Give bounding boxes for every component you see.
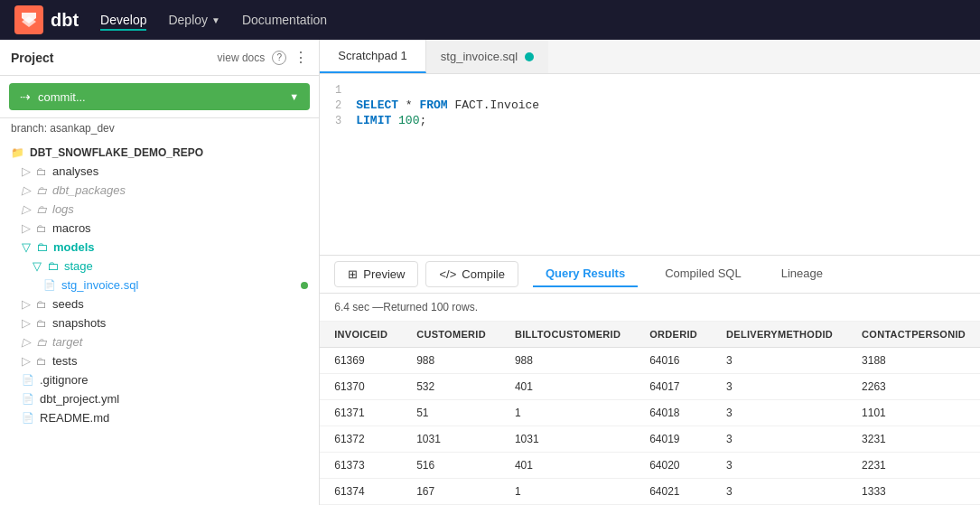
- tree-item-analyses[interactable]: ▷ 🗀 analyses: [0, 162, 319, 181]
- code-icon: </>: [439, 267, 456, 281]
- folder-stage-icon: 🗀: [47, 259, 59, 273]
- table-cell: 61369: [320, 348, 402, 374]
- dropdown-arrow-icon: ▼: [289, 91, 299, 102]
- commit-button[interactable]: ⇢ commit... ▼: [9, 83, 310, 110]
- tab-query-results[interactable]: Query Results: [533, 261, 638, 287]
- main-layout: Project view docs ? ⋮ ⇢ commit... ▼ bran…: [0, 40, 980, 505]
- tree-item-macros[interactable]: ▷ 🗀 macros: [0, 219, 319, 238]
- tab-compiled-sql[interactable]: Compiled SQL: [652, 261, 754, 287]
- file-gitignore-icon: 📄: [22, 374, 34, 386]
- table-cell: 1: [500, 479, 635, 505]
- table-cell: 64018: [635, 400, 712, 426]
- tree-item-tests[interactable]: ▷ 🗀 tests: [0, 351, 319, 370]
- file-md-icon: 📄: [22, 412, 34, 424]
- table-cell: 3: [712, 348, 847, 374]
- table-cell: 64021: [635, 479, 712, 505]
- table-cell: 3231: [847, 426, 980, 453]
- results-info: 6.4 sec —Returned 100 rows.: [320, 294, 980, 322]
- col-customerid: CUSTOMERID: [402, 322, 500, 348]
- code-line-1: 1: [320, 83, 980, 98]
- line-number: 2: [320, 99, 356, 112]
- file-tree: 📁 DBT_SNOWFLAKE_DEMO_REPO ▷ 🗀 analyses ▷…: [0, 138, 319, 505]
- folder-icon: ▷: [22, 316, 31, 330]
- table-cell: 64016: [635, 348, 712, 374]
- table-cell: 61370: [320, 374, 402, 400]
- tab-scratchpad[interactable]: Scratchpad 1: [320, 40, 426, 73]
- table-cell: 3: [712, 400, 847, 426]
- preview-button[interactable]: ⊞ Preview: [334, 261, 418, 287]
- folder-target-icon: 🗀: [36, 336, 47, 349]
- tree-item-readme[interactable]: 📄 README.md: [0, 408, 319, 427]
- results-table-body: 6136998898864016331886137053240164017322…: [320, 348, 980, 505]
- logo: dbt: [14, 5, 79, 34]
- repo-icon: 📁: [11, 146, 24, 159]
- tree-item-target[interactable]: ▷ 🗀 target: [0, 332, 319, 351]
- more-options-icon[interactable]: ⋮: [294, 49, 308, 66]
- table-cell: 3: [712, 426, 847, 453]
- table-cell: 64019: [635, 426, 712, 453]
- help-icon[interactable]: ?: [272, 51, 286, 65]
- folder-open-icon: ▽: [33, 259, 42, 273]
- tree-item-seeds[interactable]: ▷ 🗀 seeds: [0, 295, 319, 313]
- col-contactpersonid: CONTACTPERSONID: [847, 322, 980, 348]
- folder-tests-icon: 🗀: [36, 355, 47, 368]
- tree-item-stage[interactable]: ▽ 🗀 stage: [0, 257, 319, 276]
- table-row: 613715116401831101: [320, 400, 980, 426]
- folder-macros-icon: 🗀: [36, 222, 47, 235]
- results-area: 6.4 sec —Returned 100 rows. INVOICEID CU…: [320, 294, 980, 505]
- folder-icon: ▷: [22, 297, 31, 311]
- tree-item-logs[interactable]: ▷ 🗀 logs: [0, 200, 319, 219]
- tab-modified-dot: [525, 52, 534, 61]
- sidebar-actions: view docs ? ⋮: [218, 49, 309, 66]
- file-yml-icon: 📄: [22, 393, 34, 405]
- sidebar-header: Project view docs ? ⋮: [0, 40, 319, 76]
- table-cell: 988: [402, 348, 500, 374]
- table-cell: 3188: [847, 348, 980, 374]
- folder-icon: ▷: [22, 221, 31, 235]
- table-cell: 64017: [635, 374, 712, 400]
- folder-icon: ▷: [22, 335, 31, 349]
- table-cell: 3: [712, 374, 847, 400]
- folder-dbt-packages-icon: 🗀: [36, 184, 47, 197]
- col-billtocustomerid: BILLTOCUSTOMERID: [500, 322, 635, 348]
- results-table: INVOICEID CUSTOMERID BILLTOCUSTOMERID OR…: [320, 322, 980, 505]
- table-cell: 51: [402, 400, 500, 426]
- tree-item-repo[interactable]: 📁 DBT_SNOWFLAKE_DEMO_REPO: [0, 144, 319, 162]
- nav-develop[interactable]: Develop: [100, 9, 146, 31]
- table-cell: 988: [500, 348, 635, 374]
- tree-item-gitignore[interactable]: 📄 .gitignore: [0, 370, 319, 389]
- tree-item-snapshots[interactable]: ▷ 🗀 snapshots: [0, 313, 319, 332]
- table-cell: 1101: [847, 400, 980, 426]
- table-cell: 2231: [847, 453, 980, 479]
- folder-logs-icon: 🗀: [36, 203, 47, 216]
- folder-seeds-icon: 🗀: [36, 298, 47, 311]
- tree-item-dbt-project[interactable]: 📄 dbt_project.yml: [0, 389, 319, 408]
- folder-icon: ▷: [22, 164, 31, 178]
- tab-stg-invoice[interactable]: stg_invoice.sql: [426, 40, 548, 73]
- table-row: 613699889886401633188: [320, 348, 980, 374]
- code-line-2: 2 SELECT * FROM FACT.Invoice: [320, 98, 980, 113]
- folder-icon: ▷: [22, 183, 31, 197]
- view-docs-link[interactable]: view docs: [218, 51, 266, 64]
- table-cell: 401: [500, 453, 635, 479]
- code-editor[interactable]: 1 2 SELECT * FROM FACT.Invoice 3 LIMIT 1…: [320, 74, 980, 255]
- tree-item-dbt-packages[interactable]: ▷ 🗀 dbt_packages: [0, 181, 319, 200]
- tree-item-models[interactable]: ▽ 🗀 models: [0, 238, 319, 257]
- nav-documentation[interactable]: Documentation: [242, 9, 327, 31]
- table-cell: 1: [500, 400, 635, 426]
- col-invoiceid: INVOICEID: [320, 322, 402, 348]
- tree-item-stg-invoice[interactable]: 📄 stg_invoice.sql: [0, 276, 319, 295]
- table-cell: 516: [402, 453, 500, 479]
- code-line-3: 3 LIMIT 100;: [320, 113, 980, 128]
- folder-open-icon: ▽: [22, 240, 31, 254]
- table-cell: 1031: [500, 426, 635, 453]
- table-icon: ⊞: [348, 267, 358, 281]
- nav-deploy[interactable]: Deploy ▼: [168, 13, 220, 27]
- folder-icon: ▷: [22, 202, 31, 216]
- sidebar-title: Project: [11, 51, 53, 65]
- compile-button[interactable]: </> Compile: [425, 261, 518, 287]
- tab-lineage[interactable]: Lineage: [769, 261, 835, 287]
- file-sql-icon: 📄: [43, 279, 56, 291]
- table-cell: 3: [712, 479, 847, 505]
- sidebar: Project view docs ? ⋮ ⇢ commit... ▼ bran…: [0, 40, 320, 505]
